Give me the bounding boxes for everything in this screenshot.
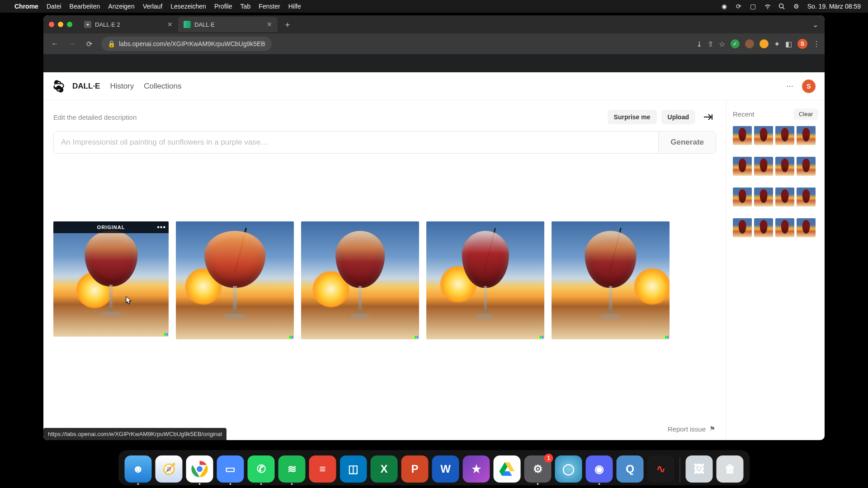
flag-icon: ⚑ <box>709 425 715 433</box>
profile-avatar[interactable]: S <box>797 39 807 49</box>
report-issue-link[interactable]: Report issue ⚑ <box>668 425 715 433</box>
result-image-2[interactable] <box>176 221 294 339</box>
install-icon[interactable]: ⤓ <box>696 40 702 48</box>
tabs-dropdown-icon[interactable]: ⌄ <box>812 20 818 29</box>
menubar-clock[interactable]: So. 19. März 08:59 <box>807 3 861 10</box>
tab-dalle2[interactable]: ✦ DALL·E 2 ✕ <box>79 17 178 32</box>
extension-icon-1[interactable]: ✓ <box>731 39 740 48</box>
record-icon[interactable]: ◉ <box>721 3 728 10</box>
back-button[interactable]: ← <box>48 37 61 51</box>
wifi-icon[interactable] <box>764 3 771 10</box>
result-image-5[interactable] <box>552 221 670 339</box>
dock-zoom[interactable]: ▭ <box>217 455 244 483</box>
recent-thumb[interactable] <box>754 188 773 206</box>
recent-thumb[interactable] <box>733 218 752 237</box>
dock-powerpoint[interactable]: P <box>401 455 429 483</box>
extension-icon-2[interactable] <box>745 39 754 48</box>
recent-thumb[interactable] <box>733 126 752 145</box>
close-window-button[interactable] <box>49 22 54 27</box>
dock-trello[interactable]: ◫ <box>340 455 367 483</box>
tab-dalle[interactable]: DALL·E ✕ <box>178 17 278 32</box>
dock-todoist[interactable]: ≡ <box>309 455 336 483</box>
menubar-app-name[interactable]: Chrome <box>14 3 38 10</box>
sidepanel-icon[interactable]: ◧ <box>785 40 792 48</box>
result-image-3[interactable] <box>301 221 419 339</box>
menu-lesezeichen[interactable]: Lesezeichen <box>170 3 206 10</box>
share-icon[interactable]: ⇧ <box>708 40 713 48</box>
recent-thumb[interactable] <box>797 188 816 206</box>
dock-app-globe[interactable]: ◯ <box>555 455 582 483</box>
dock-preview-doc[interactable]: 🖼 <box>686 455 713 483</box>
dock-discord[interactable]: ◉ <box>586 455 613 483</box>
menu-verlauf[interactable]: Verlauf <box>143 3 163 10</box>
user-avatar[interactable]: S <box>802 80 816 93</box>
recent-thumb[interactable] <box>775 126 794 145</box>
recent-thumb[interactable] <box>797 218 816 237</box>
recent-thumb[interactable] <box>775 157 794 176</box>
minimize-window-button[interactable] <box>58 22 63 27</box>
svg-point-4 <box>196 465 203 473</box>
forward-button[interactable]: → <box>65 37 79 51</box>
nav-collections[interactable]: Collections <box>144 82 181 91</box>
prompt-input[interactable] <box>54 131 658 153</box>
spotlight-icon[interactable] <box>778 3 786 10</box>
extensions-icon[interactable]: ✦ <box>774 40 780 48</box>
menu-hilfe[interactable]: Hilfe <box>288 3 301 10</box>
recent-thumb[interactable] <box>775 218 794 237</box>
recent-thumb[interactable] <box>775 188 794 206</box>
result-image-4[interactable] <box>426 221 544 339</box>
header-more-button[interactable]: ⋯ <box>783 80 797 93</box>
generate-button[interactable]: Generate <box>658 131 716 153</box>
dock-quicktime[interactable]: Q <box>617 455 644 483</box>
dock-voicememos[interactable]: ∿ <box>647 455 675 483</box>
dock-spotify[interactable]: ≋ <box>278 455 306 483</box>
dock-excel[interactable]: X <box>371 455 398 483</box>
menu-tab[interactable]: Tab <box>241 3 251 10</box>
recent-thumb[interactable] <box>733 188 752 206</box>
main-panel: Edit the detailed description Surprise m… <box>43 100 726 440</box>
battery-icon[interactable]: ▢ <box>750 3 757 10</box>
kebab-menu-icon[interactable]: ⋮ <box>813 40 820 48</box>
surprise-me-button[interactable]: Surprise me <box>608 110 657 124</box>
recent-thumb[interactable] <box>754 218 773 237</box>
dock-trash[interactable]: 🗑 <box>717 455 744 483</box>
dock-imovie[interactable]: ★ <box>463 455 490 483</box>
dock-chrome[interactable] <box>186 455 213 483</box>
fullscreen-window-button[interactable] <box>67 22 72 27</box>
recent-thumb[interactable] <box>797 157 816 176</box>
submit-arrow-button[interactable] <box>701 109 716 125</box>
close-tab-icon[interactable]: ✕ <box>267 21 272 28</box>
control-center-icon[interactable]: ⚙ <box>793 3 800 10</box>
recent-thumb[interactable] <box>754 157 773 176</box>
menu-anzeigen[interactable]: Anzeigen <box>108 3 134 10</box>
dock-drive[interactable] <box>494 455 521 483</box>
openai-logo-icon[interactable] <box>52 80 65 93</box>
close-tab-icon[interactable]: ✕ <box>167 21 173 28</box>
nav-history[interactable]: History <box>110 82 134 91</box>
dock-whatsapp[interactable]: ✆ <box>248 455 275 483</box>
bookmark-icon[interactable]: ☆ <box>719 40 725 48</box>
image-more-icon[interactable]: ••• <box>157 223 166 231</box>
recent-thumb[interactable] <box>733 157 752 176</box>
recent-thumb[interactable] <box>754 126 773 145</box>
menu-datei[interactable]: Datei <box>47 3 61 10</box>
dock-word[interactable]: W <box>432 455 459 483</box>
dock-finder[interactable]: ☻ <box>125 455 152 483</box>
recent-thumb[interactable] <box>797 126 816 145</box>
menu-bearbeiten[interactable]: Bearbeiten <box>70 3 100 10</box>
recent-sidebar: Recent Clear <box>726 100 825 440</box>
clear-recent-button[interactable]: Clear <box>793 108 818 120</box>
menu-profile[interactable]: Profile <box>214 3 232 10</box>
extension-icon-3[interactable] <box>760 39 769 48</box>
url-field[interactable]: 🔒 labs.openai.com/e/XGIPrKwAM9KrpuWCbUg9… <box>101 37 272 51</box>
dock-safari[interactable]: 🧭 <box>156 455 183 483</box>
new-tab-button[interactable]: ＋ <box>281 19 294 30</box>
menu-fenster[interactable]: Fenster <box>259 3 280 10</box>
reload-button[interactable]: ⟳ <box>82 37 96 51</box>
result-image-original[interactable]: ORIGINAL ••• <box>53 221 169 337</box>
dock-settings[interactable]: ⚙1 <box>524 455 552 483</box>
favicon-icon: ✦ <box>84 21 91 28</box>
updates-icon[interactable]: ⟳ <box>735 3 742 10</box>
nav-dalle[interactable]: DALL·E <box>72 82 100 91</box>
upload-button[interactable]: Upload <box>661 110 695 124</box>
